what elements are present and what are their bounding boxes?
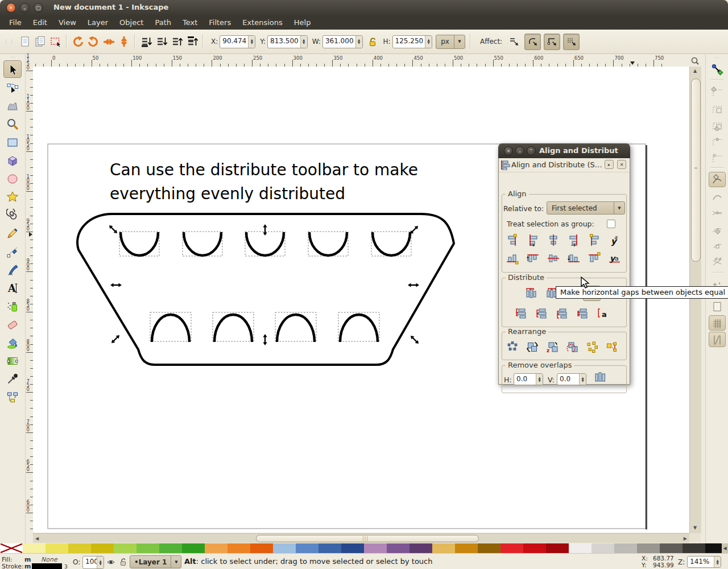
window-close-icon[interactable]: ✕ <box>6 3 16 13</box>
raise-button[interactable] <box>169 34 184 50</box>
align-distribute-dialog[interactable]: ✕ ⌄ ⌃ Align and Distribut Align and Dist… <box>498 143 630 385</box>
menu-layer[interactable]: Layer <box>82 16 114 30</box>
palette-swatch[interactable] <box>273 543 296 553</box>
palette-swatch[interactable] <box>114 543 136 553</box>
fill-value[interactable]: None <box>41 556 57 563</box>
align-right-anchor-button[interactable] <box>503 232 521 248</box>
title-bar[interactable]: ✕ ⌄ ▢ New document 1 - Inkscape <box>0 0 728 16</box>
palette-swatch[interactable] <box>637 543 660 553</box>
snap-grid-button[interactable] <box>709 315 726 331</box>
treat-as-group-checkbox[interactable] <box>607 220 615 228</box>
align-left-edges-button[interactable] <box>524 232 541 248</box>
relative-to-dropdown[interactable]: First selected▼ <box>547 201 625 215</box>
palette-swatch[interactable] <box>228 543 250 553</box>
palette-scroll-left-icon[interactable]: ◀ <box>722 543 728 553</box>
make-v-gaps-equal-button[interactable] <box>574 305 592 320</box>
tool-spiral[interactable] <box>3 206 22 224</box>
deselect-button[interactable] <box>48 34 63 50</box>
palette-none-swatch[interactable] <box>0 543 23 553</box>
align-top-anchor-button[interactable] <box>585 250 603 266</box>
remove-overlaps-button[interactable] <box>593 371 606 384</box>
align-left-anchor-button[interactable] <box>585 232 603 248</box>
dialog-expand-icon[interactable]: ▸ <box>605 160 614 169</box>
rotate-ccw-button[interactable] <box>70 34 85 50</box>
tool-paint-bucket[interactable] <box>3 333 22 351</box>
tool-zoom[interactable] <box>3 115 22 133</box>
scroll-up-icon[interactable]: ▲ <box>693 68 697 73</box>
menu-view[interactable]: View <box>53 16 82 30</box>
tool-connector[interactable] <box>3 388 22 406</box>
h-field[interactable]: 125.250▲▼ <box>392 35 433 48</box>
palette-swatch[interactable] <box>614 543 637 553</box>
canvas-heading-line1[interactable]: Can use the distribute toolbar to make <box>110 160 418 179</box>
vertical-scrollbar[interactable]: ▲ ≡ ▼ <box>689 67 701 533</box>
palette-swatch[interactable] <box>592 543 614 553</box>
exchange-rotate-button[interactable] <box>563 339 581 354</box>
raise-to-top-button[interactable] <box>184 34 200 50</box>
palette-swatch[interactable] <box>455 543 478 553</box>
tool-pencil[interactable] <box>3 224 22 242</box>
lower-to-bottom-button[interactable] <box>138 34 154 50</box>
unclump-button[interactable] <box>583 339 601 354</box>
scroll-down-icon[interactable]: ▼ <box>693 525 697 530</box>
tool-text[interactable]: A <box>3 279 22 296</box>
align-text-h-button[interactable]: ay <box>606 232 623 248</box>
snap-bbox-edges-button[interactable] <box>709 100 726 116</box>
palette-swatch[interactable] <box>159 543 182 553</box>
spinner-arrows[interactable]: ▲▼ <box>425 36 432 48</box>
align-bottom-anchor-button[interactable] <box>503 250 521 266</box>
menu-extensions[interactable]: Extensions <box>237 16 288 30</box>
align-text-v-button[interactable]: ya <box>606 250 623 266</box>
lower-button[interactable] <box>154 34 169 50</box>
tool-node-editor[interactable] <box>3 79 22 96</box>
zoom-corner-icon[interactable] <box>689 55 701 67</box>
tool-tweak[interactable] <box>3 97 22 114</box>
horizontal-scrollbar-thumb[interactable]: ||| <box>256 535 479 542</box>
palette-swatch[interactable] <box>91 543 114 553</box>
dialog-minimize-icon[interactable]: ⌄ <box>515 146 524 155</box>
stroke-multiple-indicator[interactable]: m <box>24 563 31 569</box>
palette-swatch[interactable] <box>523 543 546 553</box>
overlap-h-field[interactable]: 0.0▲▼ <box>514 373 543 385</box>
window-maximize-icon[interactable]: ▢ <box>34 3 43 13</box>
palette-swatch[interactable] <box>432 543 455 553</box>
rotate-cw-button[interactable] <box>85 34 101 50</box>
tool-dropper[interactable] <box>3 370 22 387</box>
palette-swatch[interactable] <box>136 543 159 553</box>
exchange-z-order-button[interactable]: z <box>543 339 561 354</box>
tool-eraser[interactable] <box>3 315 22 333</box>
lock-aspect-icon[interactable] <box>367 36 378 47</box>
dialog-close-icon[interactable]: ✕ <box>504 146 513 155</box>
flip-horizontal-button[interactable] <box>101 34 116 50</box>
snap-page-border-button[interactable] <box>709 299 726 314</box>
palette-swatch[interactable] <box>569 543 592 553</box>
tool-bezier-pen[interactable] <box>3 242 22 260</box>
spinner-arrows[interactable]: ▲▼ <box>579 374 586 385</box>
tool-gradient[interactable] <box>3 352 22 369</box>
dialog-title-bar[interactable]: ✕ ⌄ ⌃ Align and Distribut <box>498 143 630 158</box>
menu-path[interactable]: Path <box>149 16 177 30</box>
palette-swatch[interactable] <box>341 543 364 553</box>
dialog-maximize-icon[interactable]: ⌃ <box>527 146 536 155</box>
snap-paths-button[interactable] <box>709 188 726 204</box>
palette-swatch[interactable] <box>182 543 205 553</box>
palette-swatch[interactable] <box>546 543 569 553</box>
palette-swatch[interactable] <box>205 543 228 553</box>
window-minimize-icon[interactable]: ⌄ <box>20 3 30 13</box>
select-all-layers-button[interactable] <box>32 34 48 50</box>
zoom-field[interactable]: 141%▲▼ <box>687 556 721 568</box>
w-field[interactable]: 361.000▲▼ <box>322 35 363 48</box>
distribute-top-edges-button[interactable] <box>512 305 530 320</box>
palette-swatch[interactable] <box>682 543 705 553</box>
snap-master-button[interactable] <box>709 61 726 77</box>
units-dropdown[interactable]: px▼ <box>436 35 465 49</box>
spinner-arrows[interactable]: ▲▼ <box>300 36 307 48</box>
scroll-left-icon[interactable]: ◀ <box>35 536 39 541</box>
palette-swatch[interactable] <box>296 543 318 553</box>
menu-edit[interactable]: Edit <box>27 16 53 30</box>
layer-dropdown[interactable]: •Layer 1 ▼ <box>130 555 181 568</box>
palette-swatch[interactable] <box>478 543 500 553</box>
distribute-text-v-button[interactable]: a <box>594 305 612 320</box>
palette-swatch[interactable] <box>46 543 68 553</box>
ruler-horizontal[interactable]: 0501001502002503003504004505005506006507… <box>33 55 689 67</box>
